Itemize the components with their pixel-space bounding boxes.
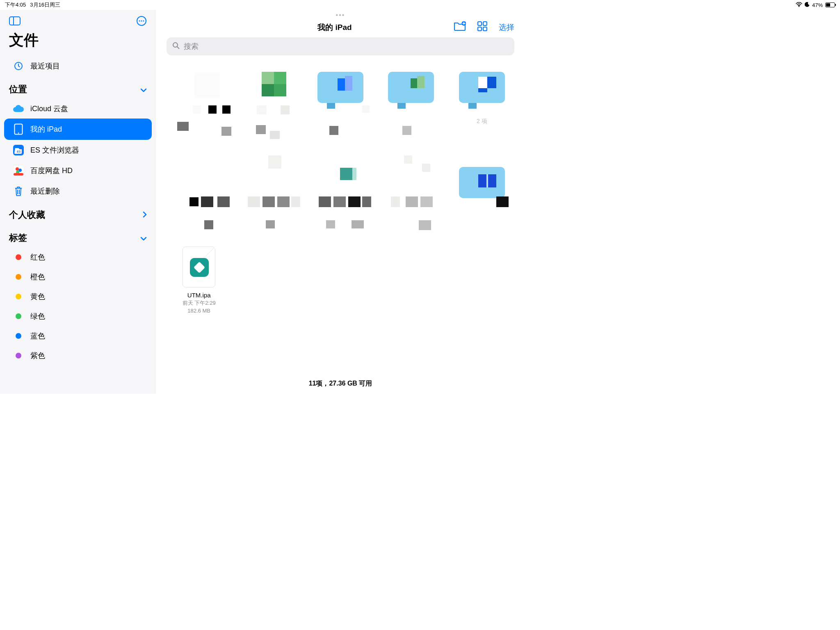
grid-item-redacted[interactable] <box>169 64 229 145</box>
grid-item-redacted[interactable] <box>310 155 370 236</box>
sidebar-tag-label: 绿色 <box>30 311 45 321</box>
svg-point-9 <box>18 132 19 134</box>
sidebar-tag-label: 橙色 <box>30 272 45 282</box>
sidebar-recently-deleted[interactable]: 最近删除 <box>4 181 152 201</box>
sidebar-tag-label: 红色 <box>30 252 45 262</box>
svg-point-5 <box>141 21 142 22</box>
sidebar-tag-0[interactable]: 红色 <box>4 247 152 267</box>
sidebar-tag-2[interactable]: 黄色 <box>4 287 152 306</box>
new-folder-icon[interactable] <box>454 21 466 33</box>
status-bar: 下午4:05 3月16日周三 47% <box>0 0 525 10</box>
footer-status: 11项，27.36 GB 可用 <box>156 374 525 394</box>
more-options-icon[interactable] <box>136 16 147 28</box>
select-button[interactable]: 选择 <box>499 22 514 33</box>
sidebar-recent-label: 最近项目 <box>30 61 60 71</box>
grid-item-redacted[interactable] <box>240 155 299 236</box>
sidebar: 文件 最近项目 位置 iCloud 云盘 我的 iPad <box>0 10 156 394</box>
sidebar-icloud[interactable]: iCloud 云盘 <box>4 99 152 119</box>
sidebar-tag-1[interactable]: 橙色 <box>4 267 152 287</box>
tag-dot-icon <box>12 313 25 319</box>
file-grid: 2 项 <box>167 60 514 327</box>
grid-item-redacted[interactable] <box>452 155 512 236</box>
svg-rect-16 <box>14 173 23 176</box>
sidebar-tag-label: 紫色 <box>30 351 45 361</box>
content-area: ••• 我的 iPad 选择 搜索 <box>156 10 525 394</box>
grid-item-redacted[interactable] <box>240 64 299 145</box>
tag-dot-icon <box>12 333 25 339</box>
sidebar-item-label: ES 文件浏览器 <box>30 145 79 155</box>
svg-line-23 <box>177 47 179 49</box>
icloud-icon <box>12 105 25 113</box>
sidebar-es-explorer[interactable]: ES ES 文件浏览器 <box>4 140 152 160</box>
grid-item-redacted[interactable] <box>381 155 441 236</box>
clock: 下午4:05 <box>5 1 26 9</box>
date: 3月16日周三 <box>30 1 60 9</box>
sidebar-tag-label: 蓝色 <box>30 331 45 341</box>
sidebar-item-label: 最近删除 <box>30 186 60 196</box>
chevron-right-icon <box>143 210 147 220</box>
tag-dot-icon <box>12 353 25 358</box>
svg-point-6 <box>143 21 144 22</box>
grid-item-redacted[interactable] <box>381 64 441 145</box>
svg-text:ES: ES <box>17 150 21 153</box>
svg-rect-21 <box>483 27 487 31</box>
app-icon <box>190 258 209 277</box>
toolbar: 我的 iPad 选择 <box>156 19 525 37</box>
trash-icon <box>12 186 25 196</box>
sidebar-toggle-icon[interactable] <box>9 16 21 27</box>
es-explorer-icon: ES <box>12 145 25 155</box>
item-count-text: 2 项 <box>452 118 512 125</box>
sidebar-item-label: 百度网盘 HD <box>30 166 73 176</box>
search-icon <box>172 42 180 51</box>
svg-point-13 <box>16 167 19 171</box>
tags-header[interactable]: 标签 <box>0 224 156 247</box>
ipad-icon <box>12 123 25 135</box>
svg-rect-20 <box>478 27 482 31</box>
grid-item-redacted[interactable] <box>169 155 229 236</box>
svg-point-4 <box>139 21 140 22</box>
app-title: 文件 <box>0 28 156 56</box>
grid-item-redacted[interactable] <box>310 64 370 145</box>
tag-dot-icon <box>12 274 25 280</box>
view-switcher-icon[interactable] <box>477 21 487 33</box>
baidu-icon <box>12 165 25 176</box>
search-placeholder: 搜索 <box>184 41 199 51</box>
drag-indicator-icon[interactable]: ••• <box>156 10 525 19</box>
svg-rect-1 <box>9 17 20 25</box>
clock-icon <box>12 61 25 71</box>
file-size-label: 182.6 MB <box>187 308 210 314</box>
sidebar-tag-3[interactable]: 绿色 <box>4 306 152 326</box>
grid-item-redacted[interactable]: 2 项 <box>452 64 512 145</box>
sidebar-item-label: iCloud 云盘 <box>30 104 68 114</box>
page-title: 我的 iPad <box>216 22 454 33</box>
tag-dot-icon <box>12 294 25 299</box>
favorites-header[interactable]: 个人收藏 <box>0 201 156 224</box>
sidebar-recent[interactable]: 最近项目 <box>4 56 152 76</box>
file-name-label: UTM.ipa <box>187 292 211 299</box>
tag-dot-icon <box>12 254 25 260</box>
chevron-down-icon <box>140 84 147 95</box>
grid-item-utm-ipa[interactable]: UTM.ipa 前天 下午2:29 182.6 MB <box>169 247 229 327</box>
search-field[interactable]: 搜索 <box>167 37 514 55</box>
sidebar-my-ipad[interactable]: 我的 iPad <box>4 119 152 140</box>
sidebar-item-label: 我的 iPad <box>30 124 62 134</box>
svg-rect-18 <box>478 22 482 25</box>
sidebar-baidu[interactable]: 百度网盘 HD <box>4 160 152 181</box>
sidebar-tag-4[interactable]: 蓝色 <box>4 326 152 346</box>
locations-header[interactable]: 位置 <box>0 76 156 99</box>
chevron-down-icon <box>140 233 147 243</box>
file-thumbnail <box>183 247 215 288</box>
file-time-label: 前天 下午2:29 <box>183 299 216 307</box>
sidebar-tag-label: 黄色 <box>30 292 45 301</box>
svg-rect-19 <box>483 22 487 25</box>
sidebar-tag-5[interactable]: 紫色 <box>4 346 152 365</box>
